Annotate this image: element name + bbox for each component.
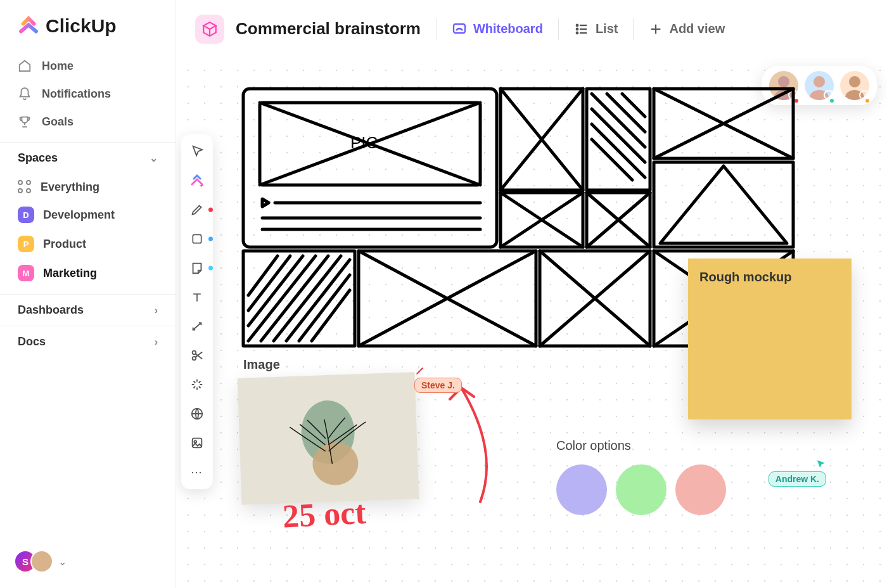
- space-badge-icon: P: [18, 236, 34, 252]
- sparkle-tool[interactable]: [189, 376, 205, 393]
- spaces-section-header[interactable]: Spaces ⌄: [0, 142, 175, 174]
- divider: [436, 18, 437, 40]
- space-label: Development: [43, 208, 115, 222]
- divider: [558, 18, 559, 40]
- chevron-down-icon: ⌄: [58, 556, 67, 568]
- svg-rect-22: [243, 89, 497, 247]
- brand-logo[interactable]: ClickUp: [0, 15, 175, 52]
- user-avatar-stack[interactable]: S ⌄: [14, 550, 67, 573]
- color-options: Color options: [556, 438, 726, 515]
- view-label: Whiteboard: [473, 22, 543, 36]
- canvas-toolbox: + ⋯: [181, 134, 213, 489]
- sticky-note-tool[interactable]: [189, 260, 205, 276]
- chevron-down-icon: ⌄: [150, 152, 158, 164]
- page-title: Commercial brainstorm: [236, 19, 421, 39]
- sticky-text: Rough mockup: [699, 270, 792, 284]
- view-list[interactable]: List: [574, 22, 618, 37]
- svg-point-5: [577, 32, 578, 33]
- space-label: Marketing: [43, 267, 97, 280]
- color-options-title: Color options: [556, 438, 726, 453]
- image-placeholder[interactable]: [238, 372, 419, 505]
- everything-icon: [18, 180, 32, 194]
- bell-icon: [18, 87, 32, 101]
- space-marketing[interactable]: M Marketing: [0, 259, 175, 288]
- image-tool[interactable]: [189, 435, 205, 451]
- list-icon: [574, 22, 589, 37]
- cursor-label: Steve J.: [414, 378, 462, 393]
- svg-point-15: [194, 440, 196, 443]
- cursor-steve: Steve J.: [414, 365, 462, 393]
- sidebar: ClickUp Home Notifications Goals Spaces …: [0, 0, 176, 588]
- svg-text:+: +: [200, 181, 203, 188]
- space-badge-icon: M: [18, 265, 34, 281]
- svg-rect-10: [193, 234, 201, 243]
- space-product[interactable]: P Product: [0, 229, 175, 259]
- connector-tool[interactable]: [189, 318, 205, 335]
- svg-line-39: [592, 124, 645, 177]
- view-label: Add view: [669, 22, 725, 36]
- view-label: List: [596, 22, 618, 36]
- brand-name: ClickUp: [46, 15, 117, 37]
- nav-label: Home: [42, 60, 73, 73]
- space-badge-icon: D: [18, 207, 34, 223]
- color-swatch[interactable]: [556, 464, 607, 515]
- shape-tool[interactable]: [189, 231, 205, 247]
- divider: [633, 18, 634, 40]
- trophy-icon: [18, 115, 32, 129]
- svg-point-18: [814, 76, 825, 87]
- avatar: [30, 550, 53, 573]
- nav-docs[interactable]: Docs ›: [0, 326, 175, 357]
- logo-mark-icon: [18, 15, 39, 37]
- svg-line-53: [248, 256, 290, 310]
- image-label: Image: [243, 357, 280, 372]
- view-whiteboard[interactable]: Whiteboard: [452, 22, 543, 37]
- nav-dashboards[interactable]: Dashboards ›: [0, 294, 175, 326]
- docs-label: Docs: [18, 335, 46, 348]
- select-tool[interactable]: [189, 143, 205, 160]
- web-tool[interactable]: [189, 406, 205, 422]
- chevron-right-icon: ›: [155, 305, 158, 316]
- space-label: Everything: [41, 181, 99, 194]
- pointer-cursor-icon: [815, 459, 826, 470]
- svg-point-20: [849, 76, 860, 87]
- sticky-note[interactable]: Rough mockup: [688, 259, 852, 419]
- cursor-andrew: Andrew K.: [769, 459, 826, 487]
- avatar-status-dots: [793, 98, 871, 104]
- nav-label: Notifications: [42, 87, 111, 101]
- project-icon[interactable]: [195, 15, 224, 44]
- plus-icon: [649, 22, 663, 36]
- whiteboard-canvas[interactable]: + ⋯ PIC: [176, 58, 887, 588]
- svg-line-38: [592, 109, 645, 162]
- svg-rect-14: [193, 438, 202, 448]
- svg-point-1: [577, 24, 578, 25]
- svg-line-37: [592, 94, 645, 147]
- text-tool[interactable]: [189, 289, 205, 305]
- nav-goals[interactable]: Goals: [0, 108, 175, 136]
- pencil-cursor-icon: [414, 365, 426, 376]
- svg-point-3: [577, 28, 578, 29]
- add-view-button[interactable]: Add view: [649, 22, 725, 36]
- avatar: [805, 71, 834, 100]
- avatar: [840, 71, 869, 100]
- space-development[interactable]: D Development: [0, 200, 175, 229]
- pen-tool[interactable]: [189, 201, 205, 218]
- svg-rect-49: [654, 162, 793, 247]
- space-label: Product: [43, 238, 86, 251]
- nav-notifications[interactable]: Notifications: [0, 80, 175, 108]
- scissors-tool[interactable]: [189, 347, 205, 364]
- spaces-label: Spaces: [18, 151, 58, 165]
- chevron-right-icon: ›: [155, 336, 158, 348]
- task-tool[interactable]: +: [189, 172, 205, 189]
- nav-home[interactable]: Home: [0, 52, 175, 80]
- space-everything[interactable]: Everything: [0, 174, 175, 200]
- svg-rect-50: [243, 251, 355, 346]
- whiteboard-icon: [452, 22, 467, 37]
- color-swatch[interactable]: [616, 464, 667, 515]
- header: Commercial brainstorm Whiteboard List Ad…: [176, 0, 887, 58]
- cursor-label: Andrew K.: [769, 471, 826, 487]
- dashboards-label: Dashboards: [18, 304, 84, 317]
- handwritten-date: 25 oct: [282, 494, 367, 535]
- svg-text:PIC: PIC: [350, 133, 378, 152]
- color-swatch[interactable]: [675, 464, 726, 515]
- more-tools[interactable]: ⋯: [189, 464, 205, 480]
